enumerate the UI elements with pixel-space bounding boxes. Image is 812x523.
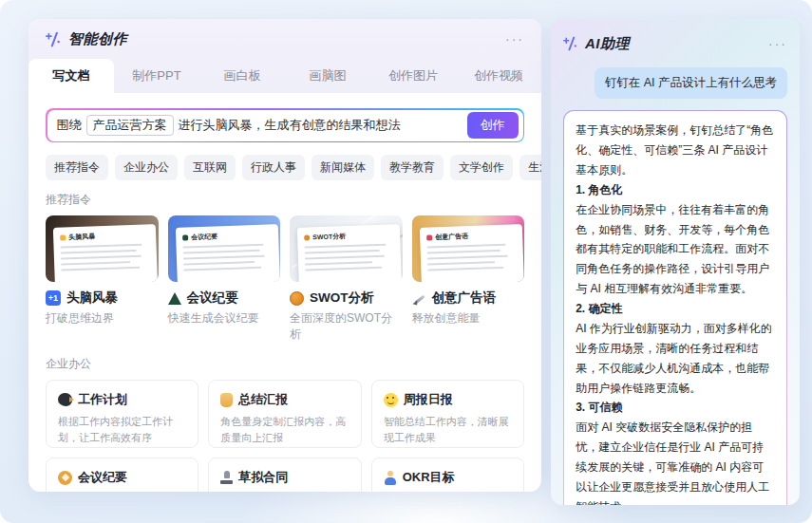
tab-write-doc[interactable]: 写文档: [28, 59, 114, 93]
card-brainstorm[interactable]: 头脑风暴 +1头脑风暴 打破思维边界: [46, 215, 159, 343]
filter-internet[interactable]: 互联网: [184, 155, 236, 180]
tab-create-image[interactable]: 创作图片: [370, 59, 456, 93]
answer-heading-2: 2. 确定性: [576, 299, 775, 319]
filter-education[interactable]: 教学教育: [381, 155, 444, 180]
answer-body-1: 在企业协同场景中，往往有着丰富的角色，如销售、财务、开发等，每个角色都有其特定的…: [576, 200, 775, 299]
swot-preview-image: SWOT分析: [290, 215, 403, 282]
office-cards: 工作计划 根据工作内容拟定工作计划，让工作高效有序 总结汇报 角色量身定制汇报内…: [46, 380, 524, 492]
filter-recommended[interactable]: 推荐指令: [46, 155, 108, 180]
plus-one-icon: +1: [46, 290, 61, 306]
app-window: 智能创作 ··· 写文档 制作PPT 画白板 画脑图 创作图片 创作视频 围绕 …: [0, 0, 812, 523]
hand-icon: [220, 393, 233, 407]
brainstorm-preview-image: 头脑风暴: [46, 215, 159, 282]
panel-title: AI助理: [585, 35, 630, 53]
stamp-icon: [220, 471, 233, 484]
panel-title: 智能创作: [68, 30, 127, 48]
card-okr-goal[interactable]: OKR目标 根据角色撰写OKR，让工作目标明确可表达: [371, 458, 524, 492]
filter-news-media[interactable]: 新闻媒体: [312, 155, 374, 180]
ai-assistant-panel: AI助理 ··· 钉钉在 AI 产品设计上有什么思考 基于真实的场景案例，钉钉总…: [551, 19, 800, 505]
card-summary-report[interactable]: 总结汇报 角色量身定制汇报内容，高质量向上汇报: [208, 380, 361, 448]
prompt-input[interactable]: 围绕 产品运营方案 进行头脑风暴，生成有创意的结果和想法 创作: [47, 110, 523, 141]
prompt-input-border: 围绕 产品运营方案 进行头脑风暴，生成有创意的结果和想法 创作: [46, 108, 524, 142]
card-creative-slogan[interactable]: 创意广告语 创意广告语 释放创意能量: [412, 215, 525, 343]
card-weekly-daily-report[interactable]: 周报日报 智能总结工作内容，清晰展现工作成果: [371, 380, 524, 448]
smile-icon: [384, 393, 398, 407]
bird-icon: [58, 393, 72, 406]
card-meeting-minutes[interactable]: 会议纪要 会议纪要 快速生成会议纪要: [168, 215, 281, 343]
ai-answer-card: 基于真实的场景案例，钉钉总结了“角色化、确定性、可信赖”三条 AI 产品设计基本…: [564, 111, 786, 505]
prompt-topic-token[interactable]: 产品运营方案: [86, 115, 174, 136]
ai-sparkle-icon: [563, 36, 578, 51]
card-swot-analysis[interactable]: SWOT分析 SWOT分析 全面深度的SWOT分析: [290, 215, 403, 343]
smart-creation-header: 智能创作 ··· 写文档 制作PPT 画白板 画脑图 创作图片 创作视频: [28, 19, 541, 93]
card-meeting-minutes-office[interactable]: 会议纪要 输入会议要点，快速生成会议纪要总结: [46, 458, 198, 492]
more-icon[interactable]: ···: [768, 37, 787, 50]
smart-creation-panel: 智能创作 ··· 写文档 制作PPT 画白板 画脑图 创作图片 创作视频 围绕 …: [28, 19, 541, 492]
prompt-prefix: 围绕: [57, 117, 82, 134]
ai-answer-border: 基于真实的场景案例，钉钉总结了“角色化、确定性、可信赖”三条 AI 产品设计基本…: [563, 110, 787, 505]
answer-body-3: 面对 AI 突破数据安全隐私保护的担忧，建立企业信任是行业 AI 产品可持续发展…: [576, 418, 775, 505]
create-button[interactable]: 创作: [467, 112, 519, 139]
answer-heading-3: 3. 可信赖: [576, 398, 775, 418]
card-draft-contract[interactable]: 草拟合同 针对不同场景和场景，草拟高质量合同: [208, 458, 361, 492]
compass-icon: [58, 471, 72, 485]
meeting-preview-image: 会议纪要: [168, 215, 281, 282]
answer-body-2: AI 作为行业创新驱动力，面对多样化的业务应用场景，清晰的任务过程和结果，不仅能…: [576, 319, 775, 399]
filter-hr-admin[interactable]: 行政人事: [242, 155, 305, 180]
slogan-preview-image: 创意广告语: [412, 215, 525, 282]
answer-heading-1: 1. 角色化: [576, 180, 775, 200]
basketball-icon: [290, 291, 304, 306]
section-recommended: 推荐指令: [46, 192, 524, 208]
tab-whiteboard[interactable]: 画白板: [199, 59, 285, 93]
filter-enterprise-office[interactable]: 企业办公: [115, 155, 178, 180]
section-enterprise-office: 企业办公: [46, 356, 524, 372]
recommended-cards: 头脑风暴 +1头脑风暴 打破思维边界 会议纪要: [46, 215, 524, 343]
tab-create-video[interactable]: 创作视频: [456, 59, 541, 93]
prompt-suffix: 进行头脑风暴，生成有创意的结果和想法: [179, 117, 401, 134]
pen-icon: [412, 291, 426, 306]
creation-tabs: 写文档 制作PPT 画白板 画脑图 创作图片 创作视频: [28, 59, 541, 93]
category-filters: 推荐指令 企业办公 互联网 行政人事 新闻媒体 教学教育 文学创作 生活娱乐 小…: [46, 155, 524, 180]
filter-literature[interactable]: 文学创作: [450, 155, 513, 180]
tree-icon: [168, 292, 181, 305]
user-message-bubble: 钉钉在 AI 产品设计上有什么思考: [595, 67, 787, 99]
ai-sparkle-icon: [46, 31, 62, 47]
tab-mindmap[interactable]: 画脑图: [285, 59, 370, 93]
card-work-plan[interactable]: 工作计划 根据工作内容拟定工作计划，让工作高效有序: [46, 380, 198, 448]
tab-make-ppt[interactable]: 制作PPT: [114, 59, 199, 93]
more-icon[interactable]: ···: [505, 32, 524, 46]
filter-lifestyle[interactable]: 生活娱乐: [519, 155, 541, 180]
person-icon: [384, 471, 397, 485]
answer-intro: 基于真实的场景案例，钉钉总结了“角色化、确定性、可信赖”三条 AI 产品设计基本…: [576, 121, 775, 180]
